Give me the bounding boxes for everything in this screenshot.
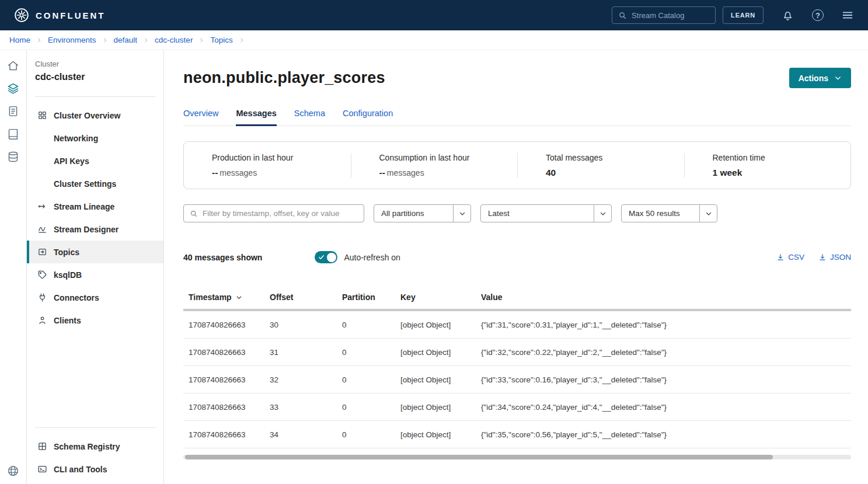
actions-button[interactable]: Actions <box>789 68 851 88</box>
sidebar-item-connectors[interactable]: Connectors <box>27 286 163 309</box>
stat-value: -- <box>379 168 385 177</box>
sidebar-item-label: Cluster Settings <box>54 179 116 189</box>
tab-overview[interactable]: Overview <box>183 109 218 126</box>
column-timestamp[interactable]: Timestamp <box>189 293 270 302</box>
limit-filter-dropdown[interactable]: Max 50 results <box>621 204 717 222</box>
notifications-bell-icon[interactable] <box>781 9 794 22</box>
table-row[interactable]: 1708740826663 33 0 [object Object] {"id"… <box>183 394 851 421</box>
storage-database-icon[interactable] <box>7 151 19 163</box>
brand-name: CONFLUENT <box>36 11 106 20</box>
chevron-down-icon <box>834 74 842 82</box>
scrollbar-thumb[interactable] <box>185 455 773 459</box>
sidebar-item-stream-lineage[interactable]: Stream Lineage <box>27 195 163 218</box>
sidebar-menu: Cluster Overview Networking API Keys Clu… <box>27 104 163 332</box>
sidebar-item-cluster-overview[interactable]: Cluster Overview <box>27 104 163 127</box>
breadcrumb-default[interactable]: default <box>114 36 138 44</box>
filter-row: All partitions Latest Max 50 results <box>183 204 851 222</box>
home-icon[interactable] <box>7 60 19 72</box>
app-rail <box>0 50 27 484</box>
sidebar-divider <box>35 427 155 428</box>
invoice-document-icon[interactable] <box>7 105 19 117</box>
column-value: Value <box>481 293 851 302</box>
table-row[interactable]: 1708740826663 34 0 [object Object] {"id"… <box>183 421 851 448</box>
download-links: CSV JSON <box>776 253 851 262</box>
sidebar-item-cli-and-tools[interactable]: CLI and Tools <box>27 458 163 480</box>
cell-key: [object Object] <box>400 321 481 329</box>
download-csv-label: CSV <box>788 253 804 262</box>
breadcrumb-environments[interactable]: Environments <box>48 36 96 44</box>
download-csv-link[interactable]: CSV <box>776 253 804 262</box>
auto-refresh-toggle[interactable] <box>315 251 337 263</box>
stat-retention-time: Retention time 1 week <box>684 153 851 178</box>
chevron-right-icon <box>239 37 245 43</box>
hamburger-menu-icon[interactable] <box>841 9 854 22</box>
download-json-link[interactable]: JSON <box>818 253 851 262</box>
chevron-right-icon <box>198 37 204 43</box>
cluster-sidebar: Cluster cdc-cluster Cluster Overview Net… <box>27 50 164 484</box>
page-title: neon.public.player_scores <box>183 69 385 87</box>
breadcrumb-topics[interactable]: Topics <box>210 36 232 44</box>
table-row[interactable]: 1708740826663 31 0 [object Object] {"id"… <box>183 339 851 366</box>
help-icon[interactable]: ? <box>812 9 824 21</box>
sidebar-item-cluster-settings[interactable]: Cluster Settings <box>27 172 163 195</box>
client-person-icon <box>37 315 47 325</box>
tab-configuration[interactable]: Configuration <box>343 109 393 126</box>
breadcrumb: Home Environments default cdc-cluster To… <box>0 30 868 50</box>
cluster-label: Cluster <box>35 60 163 68</box>
partition-filter-dropdown[interactable]: All partitions <box>374 204 471 222</box>
chevron-down-icon[interactable] <box>594 205 611 222</box>
sidebar-item-schema-registry[interactable]: Schema Registry <box>27 435 163 458</box>
stat-value: 1 week <box>713 168 742 177</box>
sidebar-item-stream-designer[interactable]: Stream Designer <box>27 218 163 241</box>
breadcrumb-home[interactable]: Home <box>9 36 30 44</box>
column-label: Timestamp <box>189 293 232 302</box>
column-offset: Offset <box>270 293 342 302</box>
designer-icon <box>37 224 47 234</box>
globe-icon[interactable] <box>7 465 19 477</box>
sidebar-item-label: Cluster Overview <box>54 111 120 120</box>
sidebar-item-ksqldb[interactable]: ksqlDB <box>27 263 163 286</box>
chevron-right-icon <box>143 37 149 43</box>
cell-timestamp: 1708740826663 <box>189 348 270 357</box>
chevron-down-icon[interactable] <box>453 205 470 222</box>
cell-partition: 0 <box>342 375 400 384</box>
tab-bar: Overview Messages Schema Configuration <box>183 109 851 126</box>
environments-layers-icon[interactable] <box>7 82 19 95</box>
terminal-icon <box>37 464 47 474</box>
learn-button[interactable]: LEARN <box>723 6 764 24</box>
auto-refresh-label: Auto-refresh on <box>344 253 400 262</box>
grid-icon <box>37 110 47 120</box>
sidebar-item-label: Clients <box>54 316 81 325</box>
sidebar-item-label: Topics <box>54 248 79 257</box>
message-filter-input[interactable] <box>203 209 358 218</box>
cell-offset: 30 <box>270 321 342 329</box>
table-row[interactable]: 1708740826663 30 0 [object Object] {"id"… <box>183 311 851 339</box>
main-content: neon.public.player_scores Actions Overvi… <box>164 50 868 484</box>
messages-shown-count: 40 messages shown <box>183 253 262 262</box>
navbar-right: LEARN ? <box>612 6 854 24</box>
tab-schema[interactable]: Schema <box>294 109 325 126</box>
table-horizontal-scrollbar[interactable] <box>183 455 851 459</box>
chevron-right-icon <box>102 37 108 43</box>
sidebar-item-clients[interactable]: Clients <box>27 309 163 332</box>
sidebar-item-topics[interactable]: Topics <box>27 241 163 263</box>
check-icon <box>318 254 325 260</box>
learn-book-icon[interactable] <box>7 128 19 140</box>
cell-key: [object Object] <box>400 348 481 357</box>
stream-catalog-input[interactable] <box>632 11 709 20</box>
download-icon <box>818 253 827 262</box>
stat-suffix: messages <box>387 168 424 177</box>
message-filter-search[interactable] <box>183 204 364 222</box>
tab-messages[interactable]: Messages <box>236 109 276 126</box>
table-row[interactable]: 1708740826663 32 0 [object Object] {"id"… <box>183 366 851 394</box>
sidebar-item-api-keys[interactable]: API Keys <box>27 149 163 172</box>
breadcrumb-cdc-cluster[interactable]: cdc-cluster <box>155 36 193 44</box>
top-navbar: CONFLUENT LEARN ? <box>0 0 868 30</box>
stream-catalog-search[interactable] <box>612 6 716 24</box>
confluent-wheel-icon <box>14 8 29 23</box>
order-filter-dropdown[interactable]: Latest <box>480 204 612 222</box>
confluent-logo[interactable]: CONFLUENT <box>14 8 106 23</box>
stat-value: -- <box>212 168 218 177</box>
chevron-down-icon[interactable] <box>699 205 717 222</box>
sidebar-item-networking[interactable]: Networking <box>27 127 163 149</box>
